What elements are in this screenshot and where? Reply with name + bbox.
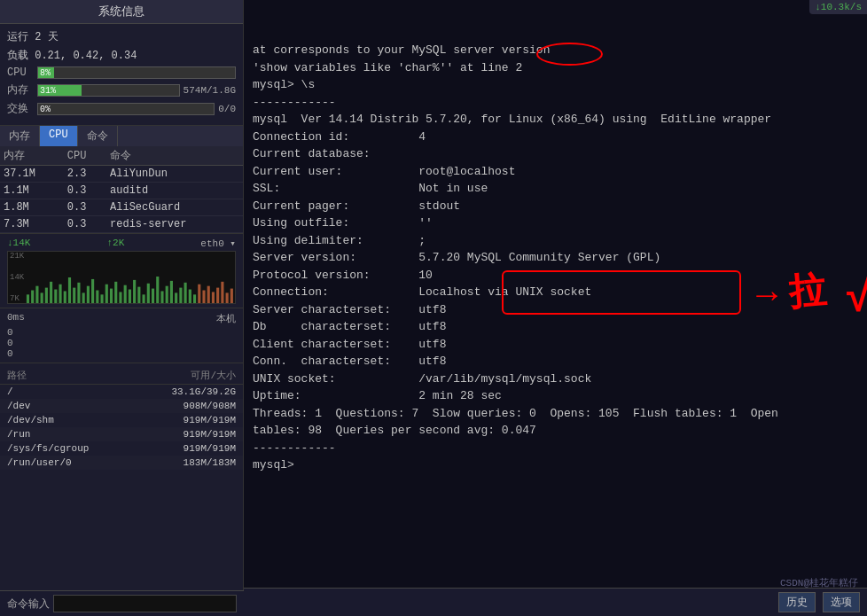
net-up-label: ↑2K	[106, 238, 124, 249]
bottom-bar-right: 历史 选项	[244, 588, 867, 616]
svg-rect-18	[110, 289, 113, 303]
svg-rect-38	[202, 291, 205, 304]
terminal-line: Conn. characterset: utf8	[253, 353, 858, 370]
svg-rect-11	[77, 283, 80, 303]
svg-rect-35	[189, 290, 191, 303]
cpu-label: CPU	[7, 66, 34, 79]
latency-v3: 0	[7, 348, 236, 359]
swap-row: 交换 0% 0/0	[7, 101, 236, 116]
svg-rect-8	[64, 291, 66, 303]
load-row: 负载 0.21, 0.42, 0.34	[7, 48, 236, 63]
svg-rect-7	[59, 285, 61, 303]
traffic-indicator: ↓10.3k/s	[809, 0, 867, 14]
terminal-line: Server version: 5.7.20 MySQL Community S…	[253, 249, 858, 267]
tab-command[interactable]: 命令	[78, 126, 118, 146]
tab-memory[interactable]: 内存	[0, 126, 40, 146]
svg-rect-28	[156, 277, 159, 303]
terminal-line: Server characterset: utf8	[253, 301, 858, 319]
svg-rect-32	[175, 292, 177, 303]
svg-rect-37	[198, 285, 200, 303]
terminal-line: Current user: root@localhost	[253, 163, 858, 181]
col-name: 命令	[106, 146, 243, 166]
terminal-line: Using outfile: ''	[253, 214, 858, 232]
latency-v2: 0	[7, 338, 236, 348]
panel-title: 系统信息	[0, 0, 243, 24]
svg-rect-5	[50, 282, 52, 303]
swap-progress-container: 0%	[37, 103, 215, 115]
terminal-line: SSL: Not in use	[253, 180, 858, 198]
tab-cpu[interactable]: CPU	[40, 126, 78, 146]
terminal-panel: ↓10.3k/s at corresponds to your MySQL se…	[244, 0, 867, 616]
list-item: /dev908M/908M	[0, 399, 243, 413]
mem-progress-container: 31%	[37, 84, 180, 97]
terminal-line: mysql>	[253, 456, 858, 474]
disk-table: /33.1G/39.2G/dev908M/908M/dev/shm919M/91…	[0, 385, 243, 470]
terminal-line: Db characterset: utf8	[253, 318, 858, 336]
latency-section: 0ms 本机 0 0 0	[0, 308, 243, 363]
svg-rect-17	[105, 285, 108, 303]
svg-rect-14	[91, 279, 94, 303]
svg-rect-13	[87, 286, 90, 303]
col-cpu: CPU	[64, 146, 106, 166]
terminal-line: 'show variables like 'char%'' at line 2	[253, 59, 858, 77]
process-section: 内存 CPU 命令 内存 CPU 命令 37.1M2.3AliYunDun1.1…	[0, 126, 243, 234]
network-chart-svg	[8, 252, 235, 303]
terminal-line: Protocol version: 10	[253, 267, 858, 285]
svg-rect-23	[133, 280, 136, 303]
network-section: ↓14K ↑2K eth0 ▾ 21K 14K 7K	[0, 234, 243, 308]
cpu-progress-container: 8%	[37, 66, 236, 79]
process-tabs: 内存 CPU 命令	[0, 126, 243, 146]
disk-col-path: 路径	[7, 369, 27, 382]
terminal-content: at corresponds to your MySQL server vers…	[253, 7, 858, 474]
svg-rect-43	[226, 292, 229, 303]
svg-rect-20	[119, 292, 121, 303]
cmd-input[interactable]	[53, 595, 237, 612]
svg-rect-29	[160, 291, 163, 303]
svg-rect-41	[216, 288, 219, 303]
latency-label: 0ms	[7, 312, 25, 325]
svg-rect-9	[68, 277, 71, 303]
network-header: ↓14K ↑2K eth0 ▾	[7, 238, 236, 249]
terminal-line: Uptime: 2 min 28 sec	[253, 387, 858, 405]
traffic-value: ↓10.3k/s	[815, 2, 862, 12]
svg-rect-15	[96, 291, 98, 304]
disk-header: 路径 可用/大小	[0, 367, 243, 385]
load-label: 负载 0.21, 0.42, 0.34	[7, 48, 137, 63]
latency-v1: 0	[7, 327, 236, 338]
svg-rect-2	[35, 286, 38, 303]
svg-rect-0	[27, 294, 29, 303]
col-mem: 内存	[0, 146, 64, 166]
system-info-section: 运行 2 天 负载 0.21, 0.42, 0.34 CPU 8% 内存 31%…	[0, 24, 243, 126]
svg-rect-22	[129, 290, 131, 303]
table-row: 1.1M0.3auditd	[0, 183, 243, 199]
svg-rect-24	[137, 287, 140, 303]
svg-rect-39	[207, 286, 210, 303]
list-item: /run919M/919M	[0, 427, 243, 441]
svg-rect-21	[124, 285, 127, 303]
svg-rect-12	[82, 292, 85, 303]
svg-rect-33	[179, 288, 182, 303]
table-row: 7.3M0.3redis-server	[0, 216, 243, 233]
cpu-value: 8%	[40, 67, 51, 80]
svg-rect-27	[152, 289, 154, 303]
bottom-bar-left: 命令输入	[0, 590, 244, 616]
svg-rect-6	[54, 290, 57, 303]
latency-header: 0ms 本机	[7, 312, 236, 325]
history-button[interactable]: 历史	[778, 592, 816, 612]
terminal-line: Using delimiter: ;	[253, 232, 858, 250]
net-down-label: ↓14K	[7, 238, 30, 249]
mem-row: 内存 31% 574M/1.8G	[7, 82, 236, 97]
terminal-line: Connection: Localhost via UNIX socket	[253, 284, 858, 301]
terminal-line: UNIX socket: /var/lib/mysql/mysql.sock	[253, 370, 858, 388]
terminal-line: Connection id: 4	[253, 129, 858, 146]
mem-size: 574M/1.8G	[184, 85, 236, 96]
svg-rect-4	[45, 288, 48, 303]
options-button[interactable]: 选项	[823, 592, 860, 612]
list-item: /run/user/0183M/183M	[0, 456, 243, 470]
network-chart: 21K 14K 7K	[7, 251, 236, 304]
uptime-row: 运行 2 天	[7, 29, 236, 44]
mem-percent: 31%	[40, 85, 56, 97]
swap-label: 交换	[7, 101, 34, 116]
disk-col-size: 可用/大小	[191, 369, 236, 382]
list-item: /dev/shm919M/919M	[0, 413, 243, 427]
